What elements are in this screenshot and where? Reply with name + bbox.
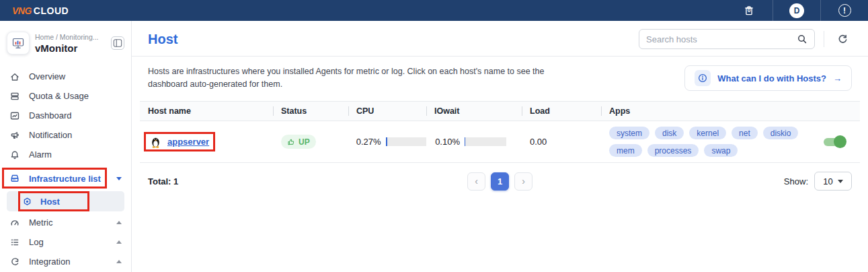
- sidebar-item-infrastructure-list[interactable]: Infrastructure list: [0, 168, 131, 189]
- status-cell: UP: [273, 135, 348, 149]
- arrow-right-icon: →: [833, 73, 842, 83]
- host-icon: [22, 197, 32, 207]
- dashboard-icon: [9, 110, 20, 121]
- topbar-actions: 0 D !: [725, 0, 868, 21]
- toggle-knob: [834, 135, 846, 148]
- vmonitor-app-icon: [7, 32, 30, 55]
- vmonitor-host-page: VNG CLOUD 0 D !: [0, 0, 868, 272]
- sidebar-item-quota-usage[interactable]: Quota & Usage: [0, 86, 131, 106]
- chevron-down-icon: [838, 180, 843, 183]
- sidebar-item-label: Log: [29, 237, 44, 247]
- app-tag[interactable]: net: [732, 127, 758, 139]
- thumbs-up-icon: [287, 138, 295, 146]
- iowait-bar: [465, 137, 506, 146]
- sidebar-item-dashboard[interactable]: Dashboard: [0, 106, 131, 125]
- help-info-button[interactable]: !: [821, 0, 868, 21]
- info-icon: [695, 70, 711, 86]
- main-content: Host Hosts are infrastructures where: [132, 21, 868, 272]
- hosts-table: Host name Status CPU IOwait Load Apps: [140, 101, 860, 163]
- sidebar: Home / Monitoring... vMonitor Overview: [0, 21, 132, 272]
- help-button-label: What can I do with Hosts?: [717, 73, 826, 83]
- pagination-next-button[interactable]: ›: [514, 172, 532, 191]
- page-header: Host: [132, 21, 868, 57]
- sidebar-item-host[interactable]: Host: [7, 191, 124, 211]
- app-tag[interactable]: diskio: [763, 127, 799, 139]
- apps-cell: system disk kernel net diskio mem proces…: [601, 127, 809, 157]
- sidebar-item-label: Infrastructure list: [29, 174, 101, 184]
- cpu-value: 0.27%: [348, 137, 381, 147]
- page-title: Host: [148, 32, 177, 47]
- sidebar-app-meta: Home / Monitoring... vMonitor: [35, 33, 106, 54]
- chevron-up-icon: [116, 221, 122, 224]
- sidebar-item-metric[interactable]: Metric: [0, 213, 131, 232]
- topbar: VNG CLOUD 0 D !: [0, 0, 868, 21]
- host-name-cell: appserver: [140, 132, 273, 151]
- status-label: UP: [299, 137, 310, 147]
- app-tag[interactable]: kernel: [689, 127, 726, 139]
- app-tag[interactable]: system: [609, 127, 649, 139]
- load-cell: 0.00: [522, 137, 601, 147]
- app-tag[interactable]: mem: [609, 144, 642, 157]
- infrastructure-icon: [9, 173, 20, 184]
- app-name: vMonitor: [35, 42, 106, 54]
- table-row: appserver UP 0.27%: [140, 121, 860, 163]
- iowait-cell: 0.10%: [426, 137, 522, 147]
- sidebar-item-overview[interactable]: Overview: [0, 67, 131, 86]
- pagination-page-1-button[interactable]: 1: [491, 172, 509, 191]
- exclamation-icon: !: [838, 4, 851, 17]
- app-tag[interactable]: disk: [655, 127, 684, 139]
- breadcrumb[interactable]: Home / Monitoring...: [35, 33, 106, 41]
- page-size-value: 10: [823, 176, 832, 186]
- cpu-bar: [386, 137, 426, 146]
- status-badge: UP: [281, 135, 316, 149]
- sidebar-item-integration[interactable]: Integration: [0, 252, 131, 271]
- chevron-up-icon: [116, 240, 122, 244]
- vng-cloud-logo[interactable]: VNG CLOUD: [12, 5, 69, 16]
- app-tag[interactable]: processes: [647, 144, 699, 157]
- table-header-row: Host name Status CPU IOwait Load Apps: [140, 101, 860, 121]
- sidebar-item-log[interactable]: Log: [0, 232, 131, 252]
- sidebar-item-label: Quota & Usage: [29, 91, 89, 101]
- user-avatar-button[interactable]: D: [773, 0, 820, 21]
- sidebar-item-label: Integration: [29, 257, 70, 267]
- column-header-status: Status: [273, 106, 348, 116]
- page-size-area: Show: 10: [784, 172, 852, 191]
- pagination: ‹ 1 ›: [467, 172, 532, 191]
- app-tag[interactable]: swap: [704, 144, 738, 157]
- sidebar-nav: Overview Quota & Usage Dashboard: [0, 64, 131, 271]
- sidebar-item-alarm[interactable]: Alarm: [0, 145, 131, 164]
- sidebar-item-label: Metric: [29, 217, 52, 228]
- monitoring-toggle-cell: [809, 138, 860, 146]
- sidebar-header: Home / Monitoring... vMonitor: [0, 21, 131, 64]
- sidebar-item-label: Overview: [29, 71, 65, 81]
- iowait-value: 0.10%: [426, 137, 460, 147]
- search-icon[interactable]: [797, 34, 807, 44]
- monitoring-toggle[interactable]: [824, 138, 845, 146]
- sidebar-item-notification[interactable]: Notification: [0, 125, 131, 145]
- load-value: 0.00: [522, 137, 547, 147]
- table-footer: Total: 1 ‹ 1 › Show: 10: [132, 163, 868, 199]
- total-count: Total: 1: [148, 176, 467, 186]
- cpu-cell: 0.27%: [348, 137, 426, 147]
- logo-vng-text: VNG: [12, 5, 32, 16]
- bell-icon: [9, 149, 20, 160]
- logo-cloud-text: CLOUD: [34, 5, 69, 16]
- description-row: Hosts are infrastructures where you inst…: [132, 57, 868, 101]
- column-header-iowait: IOwait: [426, 106, 522, 116]
- sidebar-collapse-button[interactable]: [111, 36, 124, 50]
- sidebar-item-label: Dashboard: [29, 110, 72, 121]
- avatar: D: [789, 3, 804, 18]
- what-can-i-do-button[interactable]: What can I do with Hosts? →: [684, 65, 852, 91]
- trash-button[interactable]: 0: [725, 0, 773, 21]
- trash-count-badge: 0: [725, 7, 773, 13]
- host-name-link[interactable]: appserver: [167, 137, 209, 147]
- search-box: [639, 29, 815, 49]
- refresh-button[interactable]: [833, 30, 852, 48]
- chevron-up-icon: [116, 260, 122, 263]
- home-icon: [9, 71, 20, 82]
- page-size-select[interactable]: 10: [814, 172, 852, 191]
- pagination-prev-button[interactable]: ‹: [467, 172, 485, 191]
- sidebar-item-label: Notification: [29, 130, 72, 140]
- search-input[interactable]: [646, 34, 797, 44]
- header-actions: [639, 29, 852, 49]
